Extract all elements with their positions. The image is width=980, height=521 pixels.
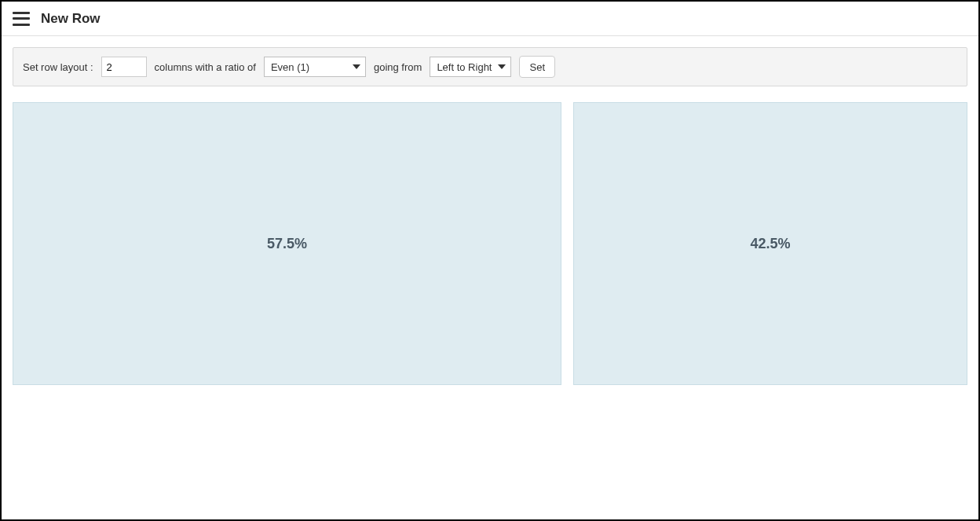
column-right[interactable]: 42.5% xyxy=(573,102,967,385)
chevron-down-icon xyxy=(353,64,360,69)
set-button[interactable]: Set xyxy=(519,56,555,78)
direction-select-value: Left to Right xyxy=(437,61,492,73)
page-title: New Row xyxy=(41,11,101,27)
menu-icon[interactable] xyxy=(13,12,30,26)
columns-count-input[interactable] xyxy=(101,57,147,77)
row-preview: 57.5% 42.5% xyxy=(13,102,967,385)
set-row-layout-label: Set row layout : xyxy=(23,61,93,73)
ratio-select[interactable]: Even (1) xyxy=(264,57,366,77)
direction-select[interactable]: Left to Right xyxy=(430,57,511,77)
column-right-width-label: 42.5% xyxy=(751,236,791,252)
column-left[interactable]: 57.5% xyxy=(13,102,561,385)
columns-ratio-label: columns with a ratio of xyxy=(155,61,256,73)
column-left-width-label: 57.5% xyxy=(267,236,307,252)
content-area: Set row layout : columns with a ratio of… xyxy=(2,36,978,396)
going-from-label: going from xyxy=(374,61,422,73)
row-layout-toolbar: Set row layout : columns with a ratio of… xyxy=(13,47,967,86)
ratio-select-value: Even (1) xyxy=(271,61,309,73)
chevron-down-icon xyxy=(498,64,506,69)
page-header: New Row xyxy=(2,2,978,36)
